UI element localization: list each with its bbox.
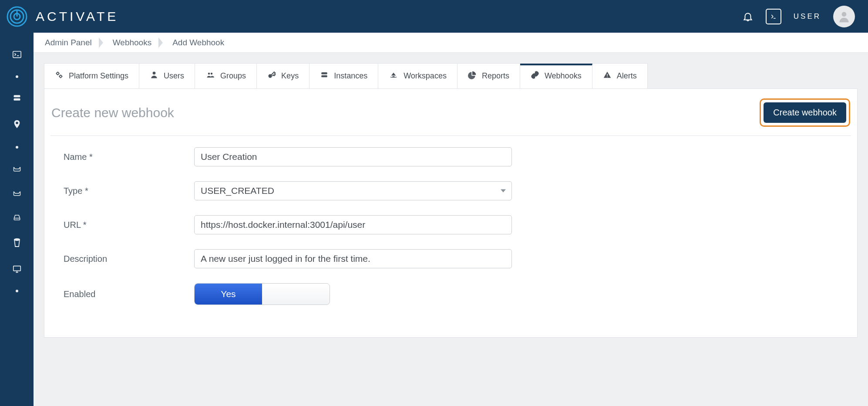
sidebar-separator-dot: [0, 290, 34, 292]
sidebar-item-terminal[interactable]: [0, 50, 34, 60]
tab-users[interactable]: Users: [139, 64, 195, 88]
tab-workspaces[interactable]: Workspaces: [378, 64, 458, 88]
left-sidebar: [0, 33, 34, 406]
label-enabled: Enabled: [64, 289, 194, 299]
tab-label: Platform Settings: [69, 71, 128, 81]
svg-point-13: [208, 73, 210, 75]
tab-webhooks[interactable]: Webhooks: [520, 64, 592, 88]
tab-keys[interactable]: Keys: [257, 64, 310, 88]
sidebar-item-database[interactable]: [0, 94, 34, 102]
sidebar-separator-dot: [0, 75, 34, 78]
sidebar-item-location[interactable]: [0, 118, 34, 130]
url-input[interactable]: [194, 215, 512, 234]
notifications-icon[interactable]: [742, 10, 754, 23]
svg-rect-16: [321, 72, 327, 74]
breadcrumb-admin-panel[interactable]: Admin Panel: [42, 33, 103, 53]
link-icon: [531, 71, 539, 81]
tab-row: Platform Settings Users Groups Keys Inst…: [44, 63, 648, 88]
sidebar-item-desktop[interactable]: [0, 264, 34, 274]
pie-icon: [468, 71, 477, 81]
user-icon: [150, 71, 158, 81]
svg-point-11: [60, 75, 62, 78]
breadcrumb-webhooks[interactable]: Webhooks: [103, 33, 163, 53]
svg-rect-17: [321, 75, 327, 78]
brand-name: ACTIVATE: [36, 9, 118, 24]
tab-instances[interactable]: Instances: [310, 64, 378, 88]
tab-platform-settings[interactable]: Platform Settings: [44, 64, 139, 88]
server-icon: [320, 71, 329, 81]
tab-label: Webhooks: [545, 71, 582, 81]
main-area: Admin Panel Webhooks Add Webhook Platfor…: [34, 33, 868, 406]
svg-point-12: [153, 72, 156, 75]
form-panel: Create new webhook Create webhook Name *…: [44, 88, 858, 338]
name-input[interactable]: [194, 147, 512, 166]
enabled-toggle[interactable]: Yes: [194, 283, 330, 305]
brand-logo[interactable]: ACTIVATE: [6, 6, 118, 27]
sidebar-separator-dot: [0, 146, 34, 149]
sidebar-item-drive[interactable]: [0, 213, 34, 222]
row-name: Name *: [64, 147, 847, 166]
svg-point-14: [211, 73, 213, 75]
svg-rect-6: [13, 98, 20, 101]
toggle-yes: Yes: [195, 284, 262, 304]
toggle-no: [262, 284, 330, 304]
create-webhook-highlight: Create webhook: [760, 98, 850, 127]
ship-icon: [389, 71, 398, 81]
tab-reports[interactable]: Reports: [458, 64, 520, 88]
svg-point-10: [57, 72, 59, 74]
svg-point-3: [842, 12, 847, 17]
tab-label: Workspaces: [404, 71, 447, 81]
label-name: Name *: [64, 152, 194, 162]
type-select[interactable]: USER_CREATED: [194, 181, 512, 200]
svg-rect-5: [13, 95, 20, 97]
alert-icon: [603, 71, 612, 81]
svg-rect-9: [13, 266, 20, 271]
page-title: Create new webhook: [51, 105, 174, 120]
create-webhook-button[interactable]: Create webhook: [764, 102, 846, 123]
breadcrumb-add-webhook[interactable]: Add Webhook: [163, 33, 236, 53]
description-input[interactable]: [194, 249, 512, 268]
brand-mark-icon: [6, 6, 28, 27]
label-url: URL *: [64, 220, 194, 230]
svg-rect-18: [607, 74, 608, 76]
sidebar-item-bucket[interactable]: [0, 237, 34, 249]
tab-label: Groups: [220, 71, 246, 81]
row-url: URL *: [64, 215, 847, 234]
sidebar-item-inbox-2[interactable]: [0, 189, 34, 197]
top-bar: ACTIVATE USER: [0, 0, 868, 33]
avatar[interactable]: [833, 6, 855, 27]
tab-label: Users: [164, 71, 184, 81]
tab-alerts[interactable]: Alerts: [592, 64, 647, 88]
chevron-down-icon: [501, 189, 506, 193]
row-enabled: Enabled Yes: [64, 283, 847, 305]
svg-rect-19: [607, 77, 608, 78]
user-label[interactable]: USER: [794, 12, 821, 21]
tab-label: Keys: [281, 71, 299, 81]
breadcrumb: Admin Panel Webhooks Add Webhook: [34, 33, 868, 53]
tab-label: Instances: [334, 71, 367, 81]
group-icon: [205, 71, 215, 81]
tab-label: Reports: [482, 71, 509, 81]
sidebar-item-inbox-1[interactable]: [0, 164, 34, 173]
tab-groups[interactable]: Groups: [195, 64, 257, 88]
gears-icon: [55, 71, 64, 81]
key-icon: [267, 71, 276, 81]
svg-rect-7: [14, 218, 20, 220]
row-description: Description: [64, 249, 847, 268]
label-type: Type *: [64, 186, 194, 196]
label-description: Description: [64, 254, 194, 264]
svg-rect-4: [13, 51, 20, 58]
tab-label: Alerts: [617, 71, 637, 81]
terminal-icon[interactable]: [766, 9, 781, 24]
row-type: Type * USER_CREATED: [64, 181, 847, 200]
